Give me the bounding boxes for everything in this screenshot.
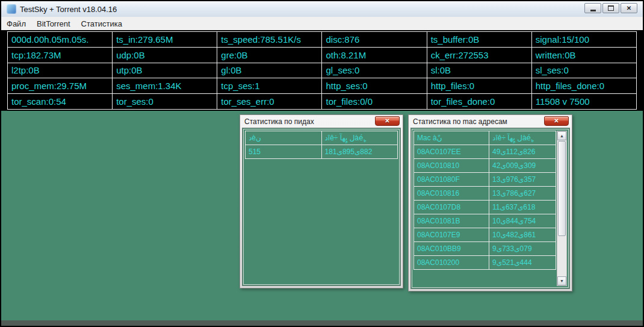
stats-cell: gl:0B [217, 63, 322, 78]
stats-cell: gl_ses:0 [322, 63, 427, 78]
peer-stats-window: Статистика по пидах ✕ دèن دîê÷ آهيٍ لàéٍ… [240, 114, 403, 288]
peer-window-client-frame: دèن دîê÷ آهيٍ لàéٍ, 515181ى895ى882 [243, 129, 400, 285]
mac-window-client-frame: Mac àنً دîê÷ آهيٍ لàéٍ, 08AC0107EE49ى112… [412, 129, 569, 288]
column-header-mac[interactable]: Mac àنً [414, 131, 489, 145]
mac-row[interactable]: 08AC0107E910ى482ى861 [414, 228, 556, 242]
mac-cell: 08AC01081B [414, 214, 489, 228]
mac-cell: 9ى733ى079 [489, 242, 556, 256]
stats-cell: utp:0B [113, 63, 217, 78]
stats-cell: tor_scan:0:54 [8, 94, 113, 110]
app-icon [7, 4, 16, 14]
peer-window-close-button[interactable]: ✕ [375, 116, 400, 126]
scrollbar[interactable]: ▲ ▼ [557, 131, 567, 286]
minimize-icon [590, 10, 596, 11]
stats-cell: http_files:0 [427, 78, 531, 94]
menu-item-bittorrent[interactable]: BitTorrent [31, 17, 76, 30]
stats-cell: tor_files_done:0 [427, 94, 531, 110]
stats-cell: l2tp:0B [8, 63, 113, 78]
stats-cell: gre:0B [217, 47, 322, 63]
scrollbar-thumb[interactable] [558, 141, 566, 236]
column-header-bytes[interactable]: دîê÷ آهيٍ لàéٍ, [489, 131, 556, 145]
peer-row[interactable]: 515181ى895ى882 [246, 145, 398, 159]
stats-cell: sl:0B [427, 63, 531, 78]
mac-row[interactable]: 08AC01081613ى786ى627 [414, 187, 556, 201]
mac-cell: 08AC0107D8 [414, 201, 489, 214]
mac-cell: 11ى637ى618 [489, 201, 556, 214]
mac-row[interactable]: 08AC010BB99ى733ى079 [414, 242, 556, 256]
mac-window-titlebar[interactable]: Статистика по mac адресам ✕ [409, 115, 572, 128]
mac-row[interactable]: 08AC01081B10ى844ى754 [414, 214, 556, 228]
stats-cell: ses_mem:1.34K [113, 78, 217, 94]
stats-cell: ck_err:272553 [427, 47, 531, 63]
mac-cell: 08AC0107E9 [414, 228, 489, 242]
stats-row: tor_scan:0:54tor_ses:0tor_ses_err:0tor_f… [8, 94, 637, 110]
mac-cell: 08AC0107EE [414, 145, 489, 159]
mac-cell: 08AC010816 [414, 187, 489, 201]
column-header-pid[interactable]: دèن [246, 131, 322, 145]
bottom-frame [1, 320, 643, 326]
mac-cell: 10ى482ى861 [489, 228, 556, 242]
stats-cell: sl_ses:0 [531, 63, 636, 78]
stats-row: tcp:182.73Mudp:0Bgre:0Both:8.21Mck_err:2… [8, 47, 637, 63]
stats-cell: written:0B [531, 47, 636, 63]
stats-cell: tor_ses_err:0 [217, 94, 322, 110]
stats-table: 000d.00h.05m.05s.ts_in:279.65Mts_speed:7… [7, 31, 637, 110]
scroll-up-button[interactable]: ▲ [557, 131, 566, 140]
maximize-icon [608, 5, 614, 11]
column-header-bytes[interactable]: دîê÷ آهيٍ لàéٍ, [321, 131, 398, 145]
stats-row: 000d.00h.05m.05s.ts_in:279.65Mts_speed:7… [8, 32, 637, 48]
mac-window-close-button[interactable]: ✕ [544, 116, 569, 126]
mac-row[interactable]: 08AC01081042ى009ى309 [414, 159, 556, 173]
mac-row[interactable]: 08AC01080F13ى976ى357 [414, 173, 556, 187]
peer-window-client: دèن دîê÷ آهيٍ لàéٍ, 515181ى895ى882 [242, 128, 401, 286]
scroll-down-button[interactable]: ▼ [557, 276, 566, 285]
stats-cell: http_files_done:0 [531, 78, 636, 94]
stats-cell: oth:8.21M [322, 47, 427, 63]
close-button[interactable]: ✕ [621, 3, 637, 13]
mac-cell: 08AC010BB9 [414, 242, 489, 256]
mac-cell: 08AC01080F [414, 173, 489, 187]
mac-cell: 08AC010810 [414, 159, 489, 173]
stats-cell: disc:876 [322, 32, 427, 48]
up-arrow-icon: ▲ [560, 134, 564, 138]
menu-item-file[interactable]: Файл [1, 17, 31, 30]
stats-cell: udp:0B [113, 47, 217, 63]
stats-panel: 000d.00h.05m.05s.ts_in:279.65Mts_speed:7… [1, 30, 643, 111]
mac-cell: 9ى521ى444 [489, 256, 556, 270]
close-icon: ✕ [385, 118, 389, 124]
mac-cell: 10ى844ى754 [489, 214, 556, 228]
mac-stats-window: Статистика по mac адресам ✕ Mac àنً دîê÷… [408, 114, 572, 291]
stats-cell: http_ses:0 [322, 78, 427, 94]
stats-cell: tcp_ses:1 [217, 78, 322, 94]
maximize-button[interactable] [602, 3, 619, 13]
stats-cell: proc_mem:29.75M [8, 78, 113, 94]
peer-window-titlebar[interactable]: Статистика по пидах ✕ [240, 115, 403, 128]
mac-cell: 49ى112ى826 [489, 145, 556, 159]
peer-cell: 181ى895ى882 [321, 145, 398, 159]
stats-cell: 11508 v 7500 [531, 94, 636, 110]
window-controls: ✕ [584, 3, 643, 13]
stats-cell: ts_speed:785.51K/s [217, 32, 322, 48]
mac-table: Mac àنً دîê÷ آهيٍ لàéٍ, 08AC0107EE49ى112… [413, 131, 556, 270]
stats-cell: tor_ses:0 [113, 94, 217, 110]
stats-cell: ts_buffer:0B [427, 32, 531, 48]
mac-row[interactable]: 08AC0107D811ى637ى618 [414, 201, 556, 214]
peer-window-title: Статистика по пидах [240, 117, 314, 126]
minimize-button[interactable] [584, 3, 601, 13]
stats-row: l2tp:0Butp:0Bgl:0Bgl_ses:0sl:0Bsl_ses:0 [8, 63, 637, 78]
title-bar[interactable]: TestSky + Torrent v18.04.16 ✕ [1, 1, 643, 17]
mac-row[interactable]: 08AC0102009ى521ى444 [414, 256, 556, 270]
window-title: TestSky + Torrent v18.04.16 [20, 5, 117, 14]
mac-window-client: Mac àنً دîê÷ آهيٍ لàéٍ, 08AC0107EE49ى112… [410, 128, 570, 289]
mac-cell: 42ى009ى309 [489, 159, 556, 173]
peer-table: دèن دîê÷ آهيٍ لàéٍ, 515181ى895ى882 [245, 131, 398, 159]
close-icon: ✕ [627, 5, 631, 11]
mac-cell: 13ى976ى357 [489, 173, 556, 187]
stats-cell: tor_files:0/0 [322, 94, 427, 110]
close-icon: ✕ [554, 118, 559, 124]
mac-row[interactable]: 08AC0107EE49ى112ى826 [414, 145, 556, 159]
mac-cell: 08AC010200 [414, 256, 489, 270]
down-arrow-icon: ▼ [560, 279, 564, 283]
menu-item-statistics[interactable]: Статистика [76, 17, 128, 30]
stats-cell: signal:15/100 [531, 32, 636, 48]
